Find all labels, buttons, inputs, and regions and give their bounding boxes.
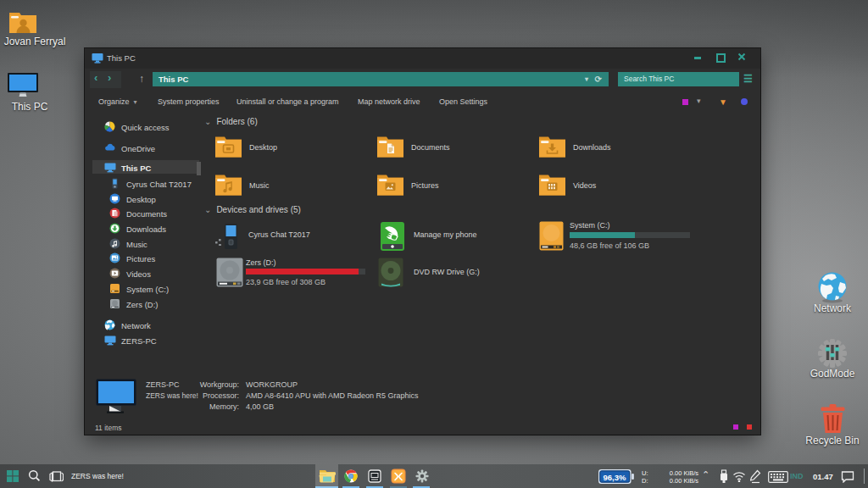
svg-text:96,3%: 96,3%	[604, 473, 626, 482]
